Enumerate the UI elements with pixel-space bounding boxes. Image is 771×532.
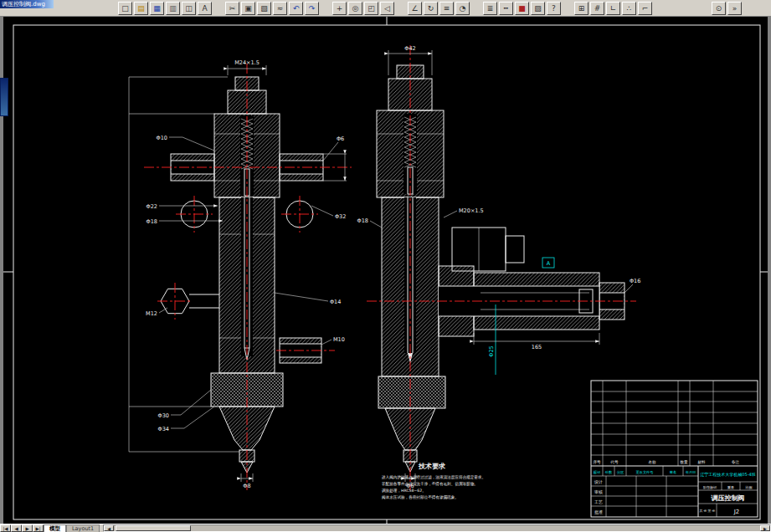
snap-icon[interactable]: ∴: [622, 2, 636, 15]
rev-header: 标记: [594, 470, 601, 475]
osnap-icon[interactable]: ⊞: [574, 2, 589, 15]
rev-header: 分区: [617, 470, 625, 474]
new-icon[interactable]: □: [118, 2, 132, 15]
school-name: 辽宁工程技术大学机械05-4班: [700, 472, 755, 477]
dim-label: M10: [333, 336, 345, 343]
tab-prev-button[interactable]: ◀: [11, 524, 22, 532]
match-properties-icon[interactable]: ≈: [273, 2, 287, 15]
rev-header: 处数: [605, 470, 613, 474]
bom-header: 序号: [594, 460, 602, 464]
tech-req-line: 调质处理，HRC58~62。: [382, 488, 426, 494]
tech-req-title: 技术要求: [418, 463, 445, 470]
scrollbar-thumb[interactable]: [116, 525, 191, 531]
rev-header: 年月日: [686, 470, 696, 474]
3d-orbit-icon[interactable]: ◔: [455, 2, 470, 15]
dim-label: Φ18: [357, 217, 368, 224]
dim-label: M24×1.5: [234, 59, 260, 66]
redraw-icon[interactable]: ↻: [424, 2, 438, 15]
sign-row-label: 审核: [594, 489, 603, 494]
tab-first-button[interactable]: |◀: [0, 524, 11, 532]
spell-check-icon[interactable]: A: [198, 2, 212, 15]
dim-label: Φ18: [146, 218, 157, 225]
layers-icon[interactable]: ≣: [483, 2, 497, 15]
dim-label: Φ30: [158, 412, 169, 419]
undo-icon[interactable]: ↶: [289, 2, 303, 15]
bom-header: 备注: [732, 460, 740, 464]
sign-row-label: 批准: [594, 509, 603, 515]
sheet-info: 共 张 第 张: [700, 509, 716, 513]
sign-row-label: 设计: [594, 479, 603, 484]
copy-icon[interactable]: ▣: [241, 2, 255, 15]
part-name: 调压控制阀: [711, 494, 745, 502]
ortho-icon[interactable]: ∟: [606, 2, 620, 15]
aerial-view-icon[interactable]: ⊙: [712, 2, 726, 15]
rev-header: 更改文件号: [636, 470, 655, 474]
title-block: 序号 代号 名称 数量 材料 备注 标记 处数 分区 更改文件号 签名 年月日 …: [591, 381, 758, 517]
docked-toolbar-grip[interactable]: [0, 78, 8, 116]
layout-tabbar: |◀ ◀ ▶ ▶| 模型 Layout1 ◀ ▶: [0, 524, 771, 532]
horizontal-scrollbar[interactable]: ◀ ▶: [103, 524, 771, 532]
dim-label: Φ10: [157, 135, 167, 141]
toolbar-options-icon[interactable]: »: [727, 2, 742, 15]
dim-label: Φ34: [158, 426, 169, 432]
grid-icon[interactable]: #: [590, 2, 604, 15]
dim-label: M20×1.5: [459, 207, 484, 214]
tech-req-line: 装配前各零件必须清洗干净，不得有毛刺、切屑等脏物。: [382, 481, 478, 487]
stage-header: 比例: [746, 485, 753, 490]
bom-header: 数量: [681, 460, 689, 464]
zoom-realtime-icon[interactable]: ◎: [348, 2, 362, 15]
bom-header: 材料: [697, 460, 707, 465]
tech-req-line: 进入阀内的油液必须经过过滤，油液清洁度应符合规定要求。: [381, 474, 486, 480]
ucs-icon[interactable]: ⌐: [638, 2, 652, 15]
drawing-number: J2: [733, 509, 740, 515]
floating-toolbar-title[interactable]: 调压控制阀.dwg: [0, 0, 54, 8]
dim-label: Φ22: [146, 203, 157, 210]
print-icon[interactable]: ▥: [166, 2, 180, 15]
redo-icon[interactable]: ↷: [305, 2, 319, 15]
tab-last-button[interactable]: ▶|: [33, 524, 44, 532]
paste-icon[interactable]: ▧: [257, 2, 271, 15]
print-preview-icon[interactable]: ◫: [182, 2, 196, 15]
zoom-window-icon[interactable]: ◰: [364, 2, 378, 15]
drawing-svg: M24×1.5 Φ10 Φ22 Φ18 M12 Φ30 Φ34 Φ6 Φ32 Φ…: [3, 17, 768, 524]
distance-icon[interactable]: ∠: [408, 2, 422, 15]
stage-header: 重量: [727, 485, 734, 489]
save-icon[interactable]: ▦: [150, 2, 164, 15]
tab-next-button[interactable]: ▶: [22, 524, 33, 532]
section-mark-label: A: [547, 260, 551, 267]
dim-label: 165: [532, 344, 542, 350]
rev-header: 签名: [670, 470, 676, 474]
tech-requirements: 技术要求 进入阀内的油液必须经过过滤，油液清洁度应符合规定要求。 装配前各零件必…: [381, 463, 486, 500]
dim-label: Φ8: [243, 483, 250, 489]
tab-layout1[interactable]: Layout1: [66, 524, 100, 532]
front-view: [144, 64, 352, 490]
main-toolbar: □ ▤ ▦ ▥ ◫ A ✂ ▣ ▧ ≈ ↶ ↷ + ◎ ◰ ◁ ∠ ↻ ≡ ◔ …: [0, 0, 771, 17]
linetype-icon[interactable]: ╍: [499, 2, 513, 15]
drawing-canvas[interactable]: M24×1.5 Φ10 Φ22 Φ18 M12 Φ30 Φ34 Φ6 Φ32 Φ…: [3, 17, 768, 524]
color-control-icon[interactable]: ■: [515, 2, 529, 15]
bom-header: 代号: [610, 460, 619, 464]
bracket-small: [506, 236, 524, 263]
scroll-left-icon[interactable]: ◀: [104, 525, 114, 531]
cut-icon[interactable]: ✂: [225, 2, 239, 15]
dim-label: Φ6: [337, 136, 344, 142]
open-icon[interactable]: ▤: [134, 2, 148, 15]
tech-req-line: 阀体水压试验，各密封部位不得有渗漏现象。: [382, 494, 459, 500]
help-icon[interactable]: ?: [547, 2, 561, 15]
dim-label: Φ42: [404, 45, 415, 52]
dim-label: Φ14: [330, 299, 341, 305]
dim-label: M12: [146, 310, 157, 317]
properties-icon[interactable]: ▨: [531, 2, 545, 15]
dim-label: Φ16: [630, 278, 640, 284]
bom-header: 名称: [649, 460, 657, 464]
pan-icon[interactable]: +: [332, 2, 347, 15]
stage-header: 阶段标记: [703, 485, 717, 490]
side-cap-nut: [378, 376, 445, 408]
zoom-previous-icon[interactable]: ◁: [380, 2, 394, 15]
sign-row-label: 工艺: [594, 499, 603, 504]
scroll-right-icon[interactable]: ▶: [760, 525, 770, 531]
dim-label: Φ32: [335, 213, 346, 220]
tab-model[interactable]: 模型: [44, 524, 66, 532]
named-views-icon[interactable]: ≡: [439, 2, 454, 15]
dim-label-cyan: Φ25: [488, 345, 495, 356]
